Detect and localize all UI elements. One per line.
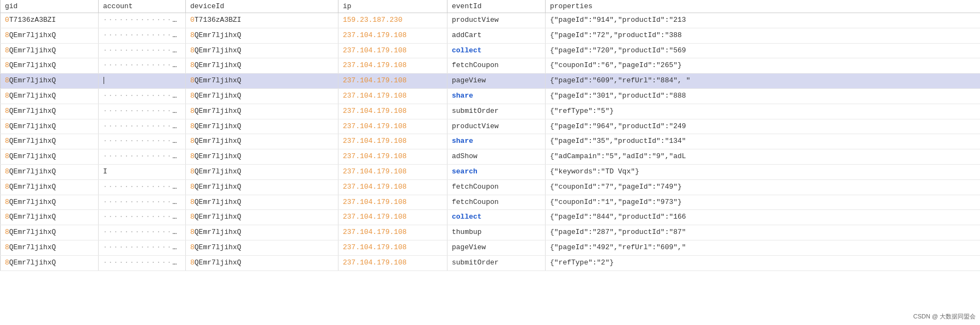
- cell-eventid: productView: [447, 13, 546, 28]
- col-header-eventid: eventId: [447, 0, 546, 13]
- cell-deviceid: 8QEmr7ljihxQ: [186, 255, 338, 270]
- cell-ip: 237.104.179.108: [338, 119, 447, 134]
- cell-ip: 237.104.179.108: [338, 28, 447, 43]
- col-header-account: account: [99, 0, 186, 13]
- data-table-container: gid account deviceId ip eventId properti…: [0, 0, 980, 325]
- cell-deviceid: 8QEmr7ljihxQ: [186, 58, 338, 74]
- col-header-properties: properties: [546, 0, 981, 13]
- cell-deviceid: 8QEmr7ljihxQ: [186, 28, 338, 43]
- cell-account: ·····················: [99, 119, 186, 134]
- cell-ip: 237.104.179.108: [338, 58, 447, 74]
- cell-gid: 8QEmr7ljihxQ: [1, 74, 99, 89]
- table-row: 8QEmr7ljihxQ·····················8QEmr7l…: [1, 240, 981, 255]
- cell-gid: 8QEmr7ljihxQ: [1, 240, 99, 255]
- cell-eventid: share: [447, 134, 546, 149]
- cell-deviceid: 8QEmr7ljihxQ: [186, 104, 338, 119]
- cell-gid: 8QEmr7ljihxQ: [1, 58, 99, 74]
- cell-deviceid: 8QEmr7ljihxQ: [186, 225, 338, 240]
- cell-deviceid: 8QEmr7ljihxQ: [186, 240, 338, 255]
- table-row: 8QEmr7ljihxQ8QEmr7ljihxQ237.104.179.108p…: [1, 74, 981, 89]
- col-header-deviceid: deviceId: [186, 0, 338, 13]
- cell-gid: 8QEmr7ljihxQ: [1, 179, 99, 195]
- cell-properties: {"couponId":"7","pageId":"749"}: [546, 179, 981, 195]
- cell-account: ·····················: [99, 104, 186, 119]
- cell-ip: 237.104.179.108: [338, 149, 447, 165]
- cell-properties: {"keywords":"TD Vqx"}: [546, 164, 981, 179]
- cell-gid: 8QEmr7ljihxQ: [1, 119, 99, 134]
- cell-eventid: search: [447, 164, 546, 179]
- cell-gid: 0T7136zA3BZI: [1, 13, 99, 28]
- cell-account: ·····················: [99, 88, 186, 104]
- cell-properties: {"pageId":"609","refUrl":"884", ": [546, 74, 981, 89]
- cell-account: [99, 74, 186, 89]
- cell-eventid: fetchCoupon: [447, 179, 546, 195]
- cell-eventid: thumbup: [447, 225, 546, 240]
- cell-properties: {"adCampain":"5","adId":"9","adL: [546, 149, 981, 165]
- cell-account: ·····················: [99, 210, 186, 225]
- table-row: 8QEmr7ljihxQ·····················8QEmr7l…: [1, 134, 981, 149]
- cell-ip: 237.104.179.108: [338, 225, 447, 240]
- cell-ip: 237.104.179.108: [338, 104, 447, 119]
- cell-ip: 237.104.179.108: [338, 88, 447, 104]
- cell-gid: 8QEmr7ljihxQ: [1, 164, 99, 179]
- table-row: 8QEmr7ljihxQ·····················8QEmr7l…: [1, 28, 981, 43]
- cell-deviceid: 8QEmr7ljihxQ: [186, 210, 338, 225]
- cell-properties: {"pageId":"301","productId":"888: [546, 88, 981, 104]
- cell-gid: 8QEmr7ljihxQ: [1, 43, 99, 58]
- col-header-ip: ip: [338, 0, 447, 13]
- cell-eventid: submitOrder: [447, 104, 546, 119]
- cell-properties: {"pageId":"492","refUrl":"609",": [546, 240, 981, 255]
- cell-deviceid: 8QEmr7ljihxQ: [186, 74, 338, 89]
- cell-account: ·····················: [99, 255, 186, 270]
- cell-eventid: productView: [447, 119, 546, 134]
- table-row: 8QEmr7ljihxQ·····················8QEmr7l…: [1, 255, 981, 270]
- table-row: 8QEmr7ljihxQI8QEmr7ljihxQ237.104.179.108…: [1, 164, 981, 179]
- table-row: 8QEmr7ljihxQ·····················8QEmr7l…: [1, 179, 981, 195]
- table-row: 8QEmr7ljihxQ·····················8QEmr7l…: [1, 210, 981, 225]
- cell-deviceid: 0T7136zA3BZI: [186, 13, 338, 28]
- cell-gid: 8QEmr7ljihxQ: [1, 225, 99, 240]
- cell-properties: {"pageId":"964","productId":"249: [546, 119, 981, 134]
- cell-account: ·····················: [99, 43, 186, 58]
- table-row: 8QEmr7ljihxQ·····················8QEmr7l…: [1, 58, 981, 74]
- cell-gid: 8QEmr7ljihxQ: [1, 104, 99, 119]
- cell-deviceid: 8QEmr7ljihxQ: [186, 149, 338, 165]
- cell-properties: {"couponId":"1","pageId":"973"}: [546, 195, 981, 210]
- cell-deviceid: 8QEmr7ljihxQ: [186, 119, 338, 134]
- table-row: 8QEmr7ljihxQ·····················8QEmr7l…: [1, 149, 981, 165]
- table-row: 8QEmr7ljihxQ·····················8QEmr7l…: [1, 88, 981, 104]
- cell-gid: 8QEmr7ljihxQ: [1, 149, 99, 165]
- cell-eventid: fetchCoupon: [447, 195, 546, 210]
- cell-eventid: pageView: [447, 240, 546, 255]
- cell-ip: 237.104.179.108: [338, 179, 447, 195]
- cell-ip: 237.104.179.108: [338, 240, 447, 255]
- cell-eventid: collect: [447, 210, 546, 225]
- watermark-label: CSDN @ 大数据同盟会: [914, 312, 976, 321]
- cell-deviceid: 8QEmr7ljihxQ: [186, 134, 338, 149]
- cell-gid: 8QEmr7ljihxQ: [1, 88, 99, 104]
- cell-ip: 237.104.179.108: [338, 43, 447, 58]
- cell-properties: {"refType":"2"}: [546, 255, 981, 270]
- cell-account: ·····················: [99, 28, 186, 43]
- cell-gid: 8QEmr7ljihxQ: [1, 134, 99, 149]
- cell-properties: {"pageId":"844","productId":"166: [546, 210, 981, 225]
- cell-account: ·····················: [99, 225, 186, 240]
- cell-gid: 8QEmr7ljihxQ: [1, 28, 99, 43]
- cell-ip: 237.104.179.108: [338, 195, 447, 210]
- cell-account: ·····················: [99, 13, 186, 28]
- cell-account: ·····················: [99, 240, 186, 255]
- cell-properties: {"pageId":"35","productId":"134": [546, 134, 981, 149]
- cell-deviceid: 8QEmr7ljihxQ: [186, 164, 338, 179]
- cell-properties: {"pageId":"720","productId":"569: [546, 43, 981, 58]
- cell-properties: {"refType":"5"}: [546, 104, 981, 119]
- cell-eventid: pageView: [447, 74, 546, 89]
- table-row: 8QEmr7ljihxQ·····················8QEmr7l…: [1, 104, 981, 119]
- table-row: 8QEmr7ljihxQ·····················8QEmr7l…: [1, 195, 981, 210]
- cell-ip: 159.23.187.230: [338, 13, 447, 28]
- data-table: gid account deviceId ip eventId properti…: [0, 0, 980, 271]
- cell-deviceid: 8QEmr7ljihxQ: [186, 195, 338, 210]
- cell-ip: 237.104.179.108: [338, 210, 447, 225]
- cell-ip: 237.104.179.108: [338, 74, 447, 89]
- cell-eventid: adShow: [447, 149, 546, 165]
- cell-deviceid: 8QEmr7ljihxQ: [186, 179, 338, 195]
